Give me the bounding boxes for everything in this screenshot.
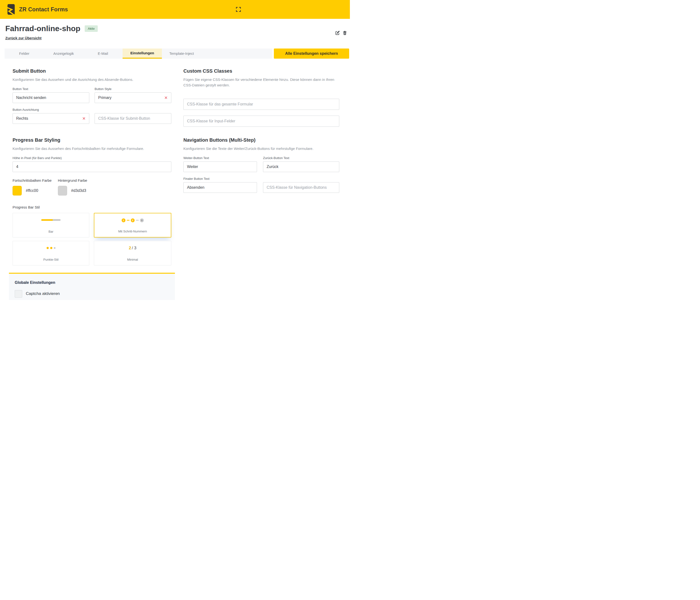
zr-logo-icon — [7, 4, 15, 15]
nav-css-class-field-group — [263, 182, 339, 193]
submit-button-section: Submit Button Konfigurieren Sie das Auss… — [12, 68, 171, 127]
next-button-field-group: Weiter-Button Text — [183, 156, 257, 172]
custom-css-section: Custom CSS Classes Fügen Sie eigene CSS-… — [183, 68, 339, 127]
navigation-buttons-section: Navigation Buttons (Multi-Step) Konfigur… — [183, 137, 339, 266]
tab-felder[interactable]: Felder — [5, 49, 44, 59]
submit-css-class-field-group — [95, 113, 171, 124]
step-circle-1: 1 — [122, 219, 125, 222]
global-settings-panel: Globale Einstellungen Captcha aktivieren — [9, 273, 175, 300]
final-button-field-group: Finaler Button Text — [183, 177, 257, 193]
button-text-field-group: Button Text — [12, 87, 89, 103]
button-alignment-select[interactable]: Rechts ✕ — [12, 113, 89, 124]
trash-icon[interactable] — [342, 30, 348, 36]
tab-email[interactable]: E-Mail — [83, 49, 123, 59]
custom-css-heading: Custom CSS Classes — [183, 68, 339, 74]
tab-template-inject[interactable]: Template-Inject — [162, 49, 201, 59]
card-caption: Mit Schritt-Nummern — [94, 229, 171, 233]
button-style-label: Button Style — [95, 87, 171, 91]
edit-icon[interactable] — [335, 30, 340, 36]
step-numbers-preview: 1 2 3 — [94, 214, 171, 227]
progress-style-card-step-numbers[interactable]: 1 2 3 Mit Schritt-Nummern — [94, 213, 171, 238]
button-alignment-value: Rechts — [16, 116, 28, 121]
next-button-input[interactable] — [183, 161, 257, 172]
final-button-label: Finaler Button Text — [183, 177, 257, 180]
input-css-class-input[interactable] — [183, 116, 339, 127]
minimal-separator: / — [132, 246, 133, 251]
card-caption: Minimal — [94, 258, 171, 261]
submit-button-heading: Submit Button — [12, 68, 171, 74]
clear-x-icon[interactable]: ✕ — [164, 96, 168, 100]
bar-color-hex: #ffcc00 — [26, 189, 38, 193]
card-caption: Bar — [13, 230, 89, 233]
tab-bar-row: Felder Anzeigelogik E-Mail Einstellungen… — [0, 49, 350, 59]
global-settings-heading: Globale Einstellungen — [15, 280, 169, 285]
progress-style-card-dots[interactable]: Punkte-Stil — [12, 241, 89, 266]
back-to-overview-link[interactable]: Zurück zur Übersicht — [5, 36, 42, 40]
page-title: Fahrrad-online-shop — [5, 24, 80, 33]
app-header: ZR Contact Forms — [0, 0, 350, 19]
step-circle-3: 3 — [140, 219, 144, 222]
progress-style-card-bar[interactable]: Bar — [12, 213, 89, 238]
captcha-checkbox[interactable] — [15, 290, 22, 298]
bg-color-group: Hintergrund Farbe #d3d3d3 — [58, 178, 88, 196]
card-caption: Punkte-Stil — [13, 258, 89, 261]
back-button-field-group: Zurück-Button Text — [263, 156, 339, 172]
settings-content: Submit Button Konfigurieren Sie das Auss… — [12, 68, 339, 266]
tab-anzeigelogik[interactable]: Anzeigelogik — [44, 49, 83, 59]
bar-color-group: Fortschrittsbalken Farbe #ffcc00 — [12, 178, 52, 196]
app-title: ZR Contact Forms — [19, 6, 68, 13]
button-style-value: Primary — [98, 96, 111, 100]
bg-color-hex: #d3d3d3 — [71, 189, 86, 193]
clear-x-icon[interactable]: ✕ — [82, 117, 86, 121]
navigation-heading: Navigation Buttons (Multi-Step) — [183, 137, 339, 143]
back-button-label: Zurück-Button Text — [263, 156, 339, 160]
submit-button-description: Konfigurieren Sie das Aussehen und die A… — [12, 77, 171, 82]
minimal-style-preview: 2 / 3 — [94, 241, 171, 255]
progress-bar-heading: Progress Bar Styling — [12, 137, 171, 143]
page-head: Fahrrad-online-shop Aktiv Zurück zur Übe… — [0, 19, 350, 40]
progress-bar-section: Progress Bar Styling Konfigurieren Sie d… — [12, 137, 171, 266]
progress-colors-row: Fortschrittsbalken Farbe #ffcc00 Hinterg… — [12, 178, 171, 196]
save-all-settings-button[interactable]: Alle Einstellungen speichern — [274, 49, 349, 59]
bar-color-swatch[interactable] — [12, 186, 22, 196]
tab-einstellungen[interactable]: Einstellungen — [123, 49, 162, 59]
next-button-label: Weiter-Button Text — [183, 156, 257, 160]
progress-bar-description: Konfigurieren Sie das Aussehen des Forts… — [12, 146, 171, 151]
final-button-input[interactable] — [183, 182, 257, 193]
step-circle-2: 2 — [131, 219, 135, 222]
nav-css-class-input[interactable] — [263, 182, 339, 193]
button-text-input[interactable] — [12, 93, 89, 103]
progress-height-input[interactable] — [12, 161, 171, 172]
form-css-class-input[interactable] — [183, 99, 339, 110]
custom-css-description: Fügen Sie eigene CSS-Klassen für verschi… — [183, 77, 339, 88]
captcha-label[interactable]: Captcha aktivieren — [26, 291, 60, 296]
dots-style-preview — [13, 241, 89, 255]
progress-style-label: Progress Bar Stil — [12, 205, 171, 209]
button-style-field-group: Button Style Primary ✕ — [95, 87, 171, 103]
button-alignment-field-group: Button Ausrichtung Rechts ✕ — [12, 108, 89, 124]
minimal-total-steps: 3 — [134, 246, 136, 251]
minimal-current-step: 2 — [129, 246, 131, 251]
button-alignment-label: Button Ausrichtung — [12, 108, 89, 111]
button-text-label: Button Text — [12, 87, 89, 91]
captcha-setting-row: Captcha aktivieren — [15, 290, 169, 298]
progress-height-label: Höhe in Pixel (für Bars und Punkte) — [12, 156, 171, 160]
back-button-input[interactable] — [263, 161, 339, 172]
status-badge: Aktiv — [85, 25, 98, 32]
button-style-select[interactable]: Primary ✕ — [95, 93, 171, 103]
bar-color-label: Fortschrittsbalken Farbe — [12, 178, 52, 182]
fullscreen-icon[interactable] — [234, 5, 242, 13]
navigation-description: Konfigurieren Sie die Texte der Weiter/Z… — [183, 146, 339, 151]
tab-bar: Felder Anzeigelogik E-Mail Einstellungen… — [5, 49, 272, 59]
bar-style-preview — [13, 213, 89, 227]
submit-css-class-input[interactable] — [95, 113, 171, 124]
progress-style-card-minimal[interactable]: 2 / 3 Minimal — [94, 241, 171, 266]
bg-color-label: Hintergrund Farbe — [58, 178, 88, 182]
form-actions — [335, 30, 348, 36]
progress-height-field-group: Höhe in Pixel (für Bars und Punkte) — [12, 156, 171, 172]
progress-style-cards: Bar 1 2 3 Mit Schritt-Nummern — [12, 213, 171, 266]
bg-color-swatch[interactable] — [58, 186, 67, 196]
